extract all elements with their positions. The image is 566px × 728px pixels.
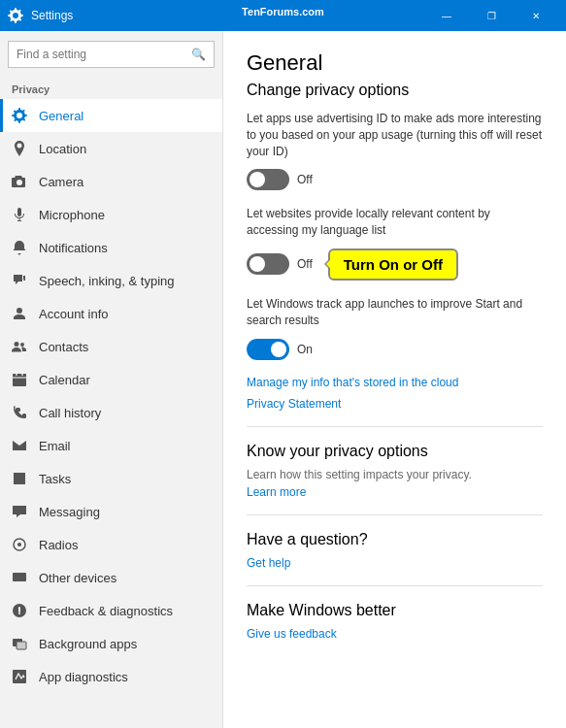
speech-icon	[12, 273, 27, 288]
give-feedback-link[interactable]: Give us feedback	[247, 627, 543, 641]
toggle3-label: On	[297, 343, 313, 356]
sidebar-item-calendar[interactable]: Calendar	[0, 363, 222, 396]
sidebar-item-account-info[interactable]: Account info	[0, 297, 222, 330]
sidebar-item-location[interactable]: Location	[0, 132, 222, 165]
nav-label-speech: Speech, inking, & typing	[39, 274, 174, 288]
contacts-icon	[12, 339, 27, 354]
nav-label-calendar: Calendar	[39, 373, 90, 387]
notifications-icon	[12, 240, 27, 255]
titlebar: Settings TenForums.com — ❐ ✕	[0, 0, 566, 31]
toggle1-label: Off	[297, 173, 313, 186]
sidebar-item-radios[interactable]: Radios	[0, 528, 222, 561]
toggle2[interactable]	[247, 253, 289, 275]
location-icon	[12, 141, 27, 156]
section4-title: Make Windows better	[247, 602, 543, 619]
nav-label-background: Background apps	[39, 637, 137, 651]
section3-title: Have a question?	[247, 531, 543, 548]
nav-label-email: Email	[39, 439, 71, 453]
general-icon	[12, 108, 27, 123]
nav-label-account-info: Account info	[39, 307, 109, 321]
content-area: General Change privacy options Let apps …	[223, 31, 566, 728]
toggle3-thumb	[271, 342, 286, 357]
page-title: General	[247, 50, 543, 76]
nav-label-other-devices: Other devices	[39, 571, 117, 585]
window-title: Settings	[31, 9, 424, 22]
toggle2-description: Let websites provide locally relevant co…	[247, 206, 543, 239]
background-apps-icon	[12, 636, 27, 651]
search-container: 🔍	[0, 31, 222, 76]
sidebar-item-general[interactable]: General	[0, 99, 222, 132]
search-box[interactable]: 🔍	[8, 41, 215, 68]
sidebar-item-feedback[interactable]: Feedback & diagnostics	[0, 594, 222, 627]
toggle1-row: Off	[247, 169, 543, 190]
section1-title: Change privacy options	[247, 82, 543, 99]
sidebar-item-notifications[interactable]: Notifications	[0, 231, 222, 264]
sidebar-item-app-diagnostics[interactable]: App diagnostics	[0, 660, 222, 693]
nav-label-radios: Radios	[39, 538, 78, 552]
nav-label-location: Location	[39, 142, 86, 156]
other-devices-icon	[12, 570, 27, 585]
toggle3-description: Let Windows track app launches to improv…	[247, 296, 543, 329]
call-history-icon	[12, 405, 27, 420]
microphone-icon	[12, 207, 27, 222]
sidebar-item-background[interactable]: Background apps	[0, 627, 222, 660]
main-layout: 🔍 Privacy General Location Camera Microp…	[0, 31, 566, 728]
privacy-statement-link[interactable]: Privacy Statement	[247, 397, 543, 411]
tasks-icon	[12, 471, 27, 486]
radios-icon	[12, 537, 27, 552]
feedback-icon	[12, 603, 27, 618]
sidebar-item-camera[interactable]: Camera	[0, 165, 222, 198]
svg-rect-0	[13, 374, 26, 386]
sidebar-item-speech[interactable]: Speech, inking, & typing	[0, 264, 222, 297]
divider1	[247, 426, 543, 427]
camera-icon	[12, 174, 27, 189]
toggle2-thumb	[250, 256, 265, 272]
divider3	[247, 585, 543, 586]
divider2	[247, 514, 543, 515]
minimize-button[interactable]: —	[424, 0, 469, 31]
toggle2-row: Off Turn On or Off	[247, 248, 543, 281]
svg-rect-3	[13, 573, 26, 581]
sidebar: 🔍 Privacy General Location Camera Microp…	[0, 31, 223, 728]
calendar-icon	[12, 372, 27, 387]
window-controls: — ❐ ✕	[424, 0, 558, 31]
learn-more-link[interactable]: Learn more	[247, 485, 543, 499]
nav-label-app-diagnostics: App diagnostics	[39, 670, 128, 684]
svg-rect-5	[17, 642, 26, 649]
toggle1-thumb	[250, 172, 265, 187]
section2-desc: Learn how this setting impacts your priv…	[247, 468, 543, 481]
svg-point-2	[17, 543, 21, 546]
sidebar-item-other-devices[interactable]: Other devices	[0, 561, 222, 594]
toggle3-row: On	[247, 339, 543, 360]
app-diagnostics-icon	[12, 669, 27, 684]
sidebar-item-microphone[interactable]: Microphone	[0, 198, 222, 231]
nav-label-general: General	[39, 109, 83, 123]
nav-label-messaging: Messaging	[39, 505, 100, 519]
nav-label-notifications: Notifications	[39, 241, 108, 255]
nav-label-microphone: Microphone	[39, 208, 105, 222]
search-input[interactable]	[17, 48, 191, 61]
get-help-link[interactable]: Get help	[247, 556, 543, 570]
manage-info-link[interactable]: Manage my info that's stored in the clou…	[247, 376, 543, 389]
nav-label-feedback: Feedback & diagnostics	[39, 604, 173, 618]
toggle2-label: Off	[297, 257, 313, 271]
toggle1[interactable]	[247, 169, 289, 190]
sidebar-item-tasks[interactable]: Tasks	[0, 462, 222, 495]
email-icon	[12, 438, 27, 453]
sidebar-item-email[interactable]: Email	[0, 429, 222, 462]
sidebar-section-label: Privacy	[0, 76, 222, 99]
toggle1-description: Let apps use advertising ID to make ads …	[247, 111, 543, 159]
messaging-icon	[12, 504, 27, 519]
sidebar-item-contacts[interactable]: Contacts	[0, 330, 222, 363]
search-icon: 🔍	[191, 48, 206, 61]
maximize-button[interactable]: ❐	[469, 0, 514, 31]
close-button[interactable]: ✕	[514, 0, 558, 31]
tooltip-bubble: Turn On or Off	[328, 248, 458, 281]
app-icon	[8, 8, 23, 23]
nav-label-tasks: Tasks	[39, 472, 71, 486]
sidebar-item-call-history[interactable]: Call history	[0, 396, 222, 429]
sidebar-item-messaging[interactable]: Messaging	[0, 495, 222, 528]
toggle3[interactable]	[247, 339, 289, 360]
section2-title: Know your privacy options	[247, 443, 543, 460]
account-info-icon	[12, 306, 27, 321]
